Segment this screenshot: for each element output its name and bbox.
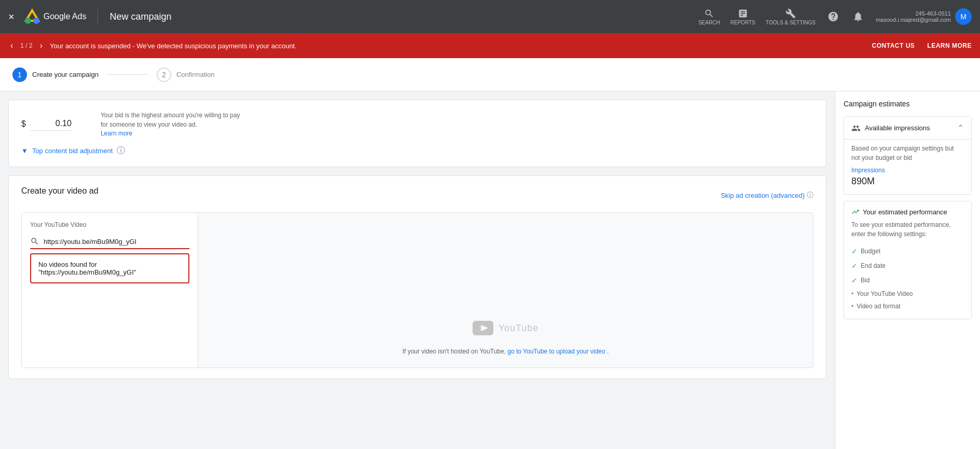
bid-row: $ Your bid is the highest amount you're … [21, 111, 813, 137]
learn-more-bid-link[interactable]: Learn more [101, 130, 132, 137]
impressions-title-group: Available impressions [851, 124, 930, 133]
user-email: masood.i.majeed@gmail.com [876, 17, 951, 23]
sidebar: Campaign estimates Available impressions… [835, 91, 980, 449]
alert-next-button[interactable]: › [38, 39, 45, 52]
alert-right: CONTACT US LEARN MORE [872, 42, 972, 49]
bid-input-group: $ [21, 117, 72, 131]
url-search-wrapper [30, 235, 189, 249]
youtube-text: YouTube [499, 323, 539, 334]
svg-point-2 [33, 18, 39, 24]
alert-prev-button[interactable]: ‹ [8, 39, 15, 52]
no-videos-message: No videos found for "https://youtu.be/mB… [30, 253, 189, 283]
search-icon [704, 8, 714, 19]
main-layout: $ Your bid is the highest amount you're … [0, 91, 980, 449]
youtube-url-input[interactable] [44, 238, 189, 246]
check-bid-icon: ✓ [851, 273, 858, 288]
performance-card: Your estimated performance To see your e… [844, 201, 972, 319]
step-1-circle: 1 [12, 67, 27, 82]
bid-info: Your bid is the highest amount you're wi… [80, 111, 813, 137]
video-left-panel: Your YouTube Video No videos found for "… [22, 213, 198, 368]
impressions-card-body: Based on your campaign settings but not … [844, 139, 971, 194]
checklist-adformat-label: Video ad format [857, 300, 901, 312]
chevron-down-icon: ▼ [21, 147, 28, 155]
help-icon [827, 11, 839, 22]
contact-us-link[interactable]: CONTACT US [872, 42, 915, 49]
user-phone: 245-463-0511 [876, 10, 951, 17]
checklist-item-youtube-video: • Your YouTube Video [851, 288, 964, 300]
google-ads-text: Google Ads [44, 12, 87, 21]
checklist-item-bid: ✓ Bid [851, 273, 964, 288]
logo-icon [24, 8, 40, 25]
google-ads-logo: Google Ads [24, 8, 87, 25]
alert-bar: ‹ 1 / 2 › Your account is suspended - We… [0, 33, 980, 58]
upload-text: If your video isn't hosted on YouTube, g… [403, 348, 609, 355]
checklist-item-budget: ✓ Budget [851, 244, 964, 258]
upload-prefix: If your video isn't hosted on YouTube, [403, 348, 506, 355]
help-circle-icon[interactable]: ⓘ [117, 145, 125, 156]
upload-link[interactable]: go to YouTube to upload your video [507, 348, 605, 355]
notifications-button[interactable] [851, 9, 865, 24]
tools-nav-label: TOOLS & SETTINGS [766, 20, 816, 25]
search-nav-item[interactable]: SEARCH [698, 8, 720, 25]
impressions-link[interactable]: Impressions [851, 167, 964, 174]
bid-input[interactable] [30, 117, 72, 131]
check-budget-icon: ✓ [851, 244, 858, 258]
user-avatar: M [955, 8, 972, 25]
svg-point-1 [25, 18, 31, 24]
impressions-card: Available impressions ⌃ Based on your ca… [844, 116, 972, 195]
upload-suffix: . [607, 348, 609, 355]
tools-icon [785, 8, 796, 19]
bid-info-text: Your bid is the highest amount you're wi… [101, 111, 246, 129]
checklist-youtube-label: Your YouTube Video [857, 288, 913, 300]
performance-title-group: Your estimated performance [851, 208, 964, 216]
impressions-desc: Based on your campaign settings but not … [851, 144, 964, 162]
step-2-circle: 2 [157, 67, 171, 82]
skip-help-icon: ⓘ [807, 191, 813, 200]
nav-divider [98, 8, 98, 25]
main-content: $ Your bid is the highest amount you're … [0, 91, 835, 449]
alert-message: Your account is suspended - We've detect… [50, 42, 297, 50]
skip-ad-link[interactable]: Skip ad creation (advanced) ⓘ [721, 191, 813, 200]
bullet-adformat-icon: • [851, 300, 853, 312]
nav-right: SEARCH REPORTS TOOLS & SETTINGS 245-463-… [698, 8, 972, 25]
check-enddate-icon: ✓ [851, 258, 858, 273]
close-button[interactable]: × [8, 11, 15, 23]
video-right-panel: YouTube If your video isn't hosted on Yo… [198, 213, 813, 368]
impressions-card-header[interactable]: Available impressions ⌃ [844, 117, 971, 139]
reports-nav-label: REPORTS [730, 20, 755, 25]
youtube-placeholder: YouTube [473, 321, 539, 335]
step-connector [107, 74, 148, 75]
step-1-label: Create your campaign [32, 71, 99, 78]
step-2: 2 Confirmation [157, 67, 215, 82]
checklist-item-ad-format: • Video ad format [851, 300, 964, 312]
sidebar-title: Campaign estimates [844, 100, 972, 108]
youtube-play-icon [473, 321, 493, 335]
impressions-value: 890M [851, 176, 964, 187]
video-section-title: Create your video ad [21, 186, 99, 196]
checklist-item-enddate: ✓ End date [851, 258, 964, 273]
stepper-bar: 1 Create your campaign 2 Confirmation [0, 58, 980, 91]
learn-more-link[interactable]: LEARN MORE [927, 42, 972, 49]
url-search-icon [30, 237, 39, 246]
youtube-video-label: Your YouTube Video [30, 221, 189, 228]
trend-icon [851, 208, 860, 216]
alert-left: ‹ 1 / 2 › Your account is suspended - We… [8, 39, 872, 52]
reports-nav-item[interactable]: REPORTS [730, 8, 755, 25]
performance-desc: To see your estimated performance, enter… [851, 220, 964, 239]
search-nav-label: SEARCH [698, 20, 720, 25]
reports-icon [738, 8, 748, 19]
skip-ad-label: Skip ad creation (advanced) [721, 192, 805, 199]
tools-nav-item[interactable]: TOOLS & SETTINGS [766, 8, 816, 25]
video-section: Create your video ad Skip ad creation (a… [8, 175, 826, 379]
campaign-title: New campaign [109, 11, 171, 22]
checklist-enddate-label: End date [861, 260, 886, 272]
user-info[interactable]: 245-463-0511 masood.i.majeed@gmail.com M [876, 8, 972, 25]
top-content-label: Top content bid adjustment [32, 147, 113, 155]
impressions-label: Available impressions [865, 124, 930, 132]
bid-section: $ Your bid is the highest amount you're … [8, 100, 826, 167]
step-1: 1 Create your campaign [12, 67, 99, 82]
top-content-row[interactable]: ▼ Top content bid adjustment ⓘ [21, 145, 813, 156]
video-layout: Your YouTube Video No videos found for "… [21, 212, 813, 368]
help-button[interactable] [826, 9, 840, 24]
youtube-logo: YouTube [473, 321, 539, 335]
